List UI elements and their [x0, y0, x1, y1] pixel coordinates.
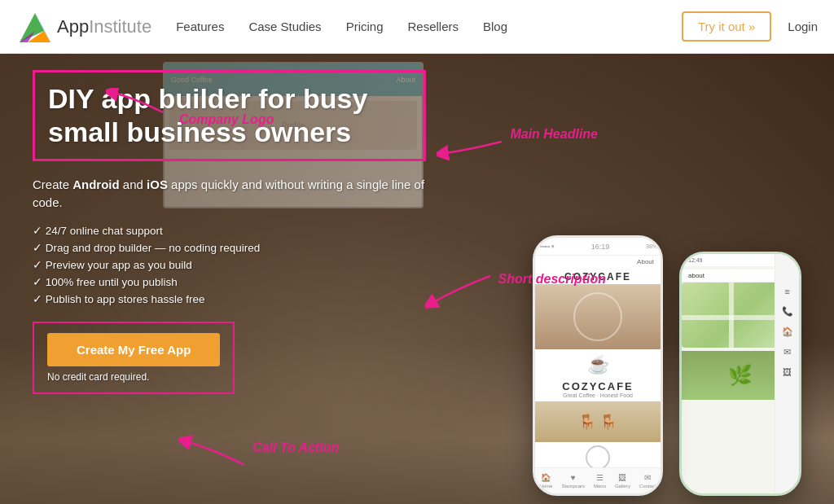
try-it-out-button[interactable]: Try it out »	[682, 11, 771, 42]
nav-links: Features Case Studies Pricing Resellers …	[176, 20, 682, 33]
cafe-nav-bar: About	[535, 256, 661, 268]
home-footer-icon: 🏠	[541, 473, 551, 482]
nav-case-studies[interactable]: Case Studies	[248, 20, 321, 33]
cafe-footer-nav: 🏠 Home ♥ Stampcars ☰ Menu 🖼 Gallery ✉	[535, 467, 661, 493]
cafe-interior-image: 🪑🪑	[535, 401, 661, 442]
cafe-hero-image	[535, 284, 661, 349]
gallery-icon: 🖼	[783, 367, 792, 377]
feature-item: Publish to app stores hassle free	[33, 292, 426, 305]
coffee-cup-icon: ☕	[535, 354, 661, 375]
android-text: Android	[72, 177, 120, 191]
login-button[interactable]: Login	[788, 20, 818, 33]
menu-footer-icon: ☰	[596, 473, 604, 482]
footer-contact: ✉ Contact	[639, 473, 656, 489]
footer-gallery: 🖼 Gallery	[615, 473, 630, 489]
annotation-cta: Call To Action	[252, 440, 339, 455]
hero-section: Good Coffee About Profile DIY app builde…	[0, 54, 834, 504]
nav-resellers[interactable]: Resellers	[407, 20, 459, 33]
cta-box: Create My Free App No credit card requir…	[33, 322, 235, 394]
phone-status-bar: ••••• ▾ 16:19 38%	[535, 238, 661, 256]
logo-area: AppInstitute	[16, 8, 151, 46]
arrow-cta	[179, 432, 244, 473]
navbar: AppInstitute Features Case Studies Prici…	[0, 0, 834, 54]
annotation-main-headline: Main Headline	[510, 127, 598, 142]
hero-content: DIY app builder for busy small business …	[0, 54, 459, 410]
nav-blog[interactable]: Blog	[483, 20, 507, 33]
feature-item: 24/7 online chat support	[33, 224, 426, 237]
create-app-button[interactable]: Create My Free App	[47, 333, 220, 366]
features-list: 24/7 online chat support Drag and drop b…	[33, 224, 426, 305]
footer-home: 🏠 Home	[539, 473, 552, 489]
directions-icon: ≡	[784, 287, 789, 296]
arrow-short-desc	[425, 272, 490, 313]
arrow-headline	[437, 134, 502, 166]
arrow-company-logo	[106, 88, 171, 121]
back-phone-sidebar: ≡ 📞 🏠 ✉ 🖼	[775, 254, 799, 493]
footer-stampcars: ♥ Stampcars	[561, 473, 585, 489]
feature-item: 100% free until you publish	[33, 275, 426, 288]
company-logo-icon	[16, 8, 54, 46]
phone-back: 12:49 51% about ↗ 🌿 ≡ 📞	[679, 252, 801, 496]
annotation-short-desc: Short description	[498, 272, 606, 287]
annotation-company-logo: Company Logo	[179, 112, 274, 127]
home-button[interactable]	[586, 445, 610, 470]
feature-item: Preview your app as you build	[33, 258, 426, 271]
nav-features[interactable]: Features	[176, 20, 224, 33]
stamp-footer-icon: ♥	[571, 473, 576, 482]
nav-pricing[interactable]: Pricing	[346, 20, 384, 33]
call-icon: 📞	[782, 306, 793, 317]
short-description: Create Android and iOS apps quickly and …	[33, 176, 426, 213]
logo-text: AppInstitute	[57, 16, 151, 37]
email-icon: ✉	[784, 347, 791, 357]
ios-text: iOS	[147, 177, 168, 191]
cafe-cup-area: ☕	[535, 349, 661, 377]
gallery-footer-icon: 🖼	[618, 473, 626, 482]
cafe-logo-circle	[573, 292, 622, 341]
home-icon: 🏠	[782, 327, 793, 337]
contact-footer-icon: ✉	[644, 473, 651, 482]
feature-item: Drag and drop builder — no coding requir…	[33, 241, 426, 254]
footer-menu: ☰ Menu	[594, 473, 606, 489]
no-credit-text: No credit card required.	[47, 371, 220, 383]
cafe-brand: COZYCAFE Great Coffee · Honest Food	[535, 377, 661, 401]
